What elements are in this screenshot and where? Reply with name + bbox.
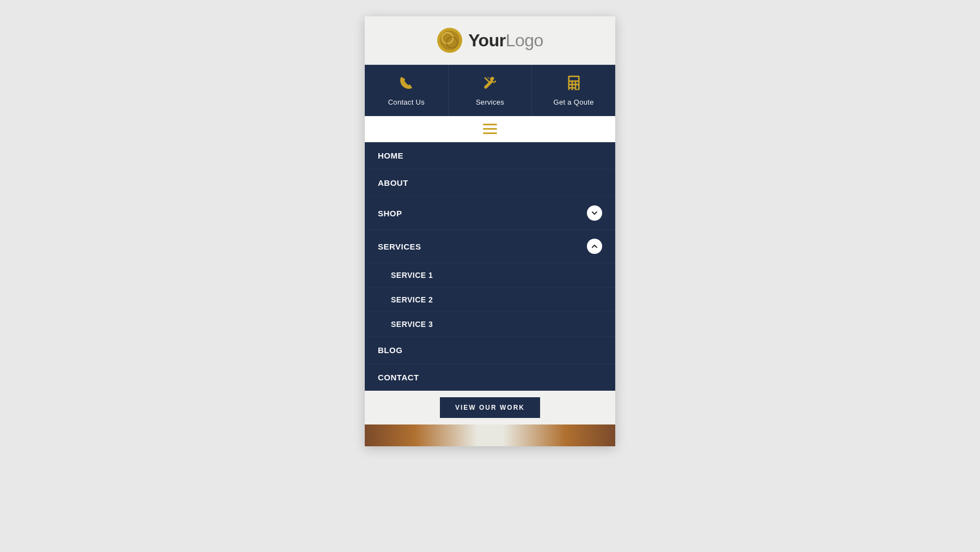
nav-shop-label: SHOP xyxy=(378,209,402,218)
view-work-bar: VIEW OUR WORK xyxy=(365,391,615,424)
nav-sub-service2[interactable]: SERVICE 2 xyxy=(365,288,615,312)
top-nav-contact[interactable]: Contact Us xyxy=(365,65,449,116)
svg-rect-6 xyxy=(569,77,578,80)
nav-item-about[interactable]: ABOUT xyxy=(365,169,615,197)
hamburger-line-2 xyxy=(483,128,497,130)
svg-rect-13 xyxy=(569,89,572,90)
logo-light: Logo xyxy=(506,31,543,50)
svg-rect-11 xyxy=(573,85,575,87)
nav-about-label: ABOUT xyxy=(378,178,408,187)
nav-services-label: SERVICES xyxy=(378,242,421,251)
phone-container: YourLogo Contact Us xyxy=(365,16,615,446)
services-chevron-up[interactable] xyxy=(587,239,602,254)
nav-item-shop[interactable]: SHOP xyxy=(365,197,615,230)
svg-rect-8 xyxy=(573,82,575,84)
nav-sub-service3[interactable]: SERVICE 3 xyxy=(365,312,615,337)
contact-label: Contact Us xyxy=(388,98,425,106)
logo-text: YourLogo xyxy=(468,31,543,51)
top-nav-bar: Contact Us Services xyxy=(365,65,615,116)
bottom-strip xyxy=(365,424,615,446)
hamburger-line-1 xyxy=(483,124,497,125)
nav-menu: HOME ABOUT SHOP SERVICES S xyxy=(365,142,615,391)
nav-home-label: HOME xyxy=(378,151,403,160)
shop-chevron-down[interactable] xyxy=(587,205,602,221)
svg-rect-14 xyxy=(573,89,575,90)
top-nav-quote[interactable]: Get a Qoute xyxy=(532,65,615,116)
svg-rect-9 xyxy=(576,82,578,84)
nav-contact-label: CONTACT xyxy=(378,373,419,382)
logo-bold: Your xyxy=(468,31,506,50)
service2-label: SERVICE 2 xyxy=(391,295,433,304)
service1-label: SERVICE 1 xyxy=(391,271,433,280)
logo-icon xyxy=(437,27,463,53)
header: YourLogo xyxy=(365,16,615,65)
svg-rect-7 xyxy=(569,82,572,84)
nav-item-blog[interactable]: BLOG xyxy=(365,337,615,364)
services-label: Services xyxy=(476,98,504,106)
bottom-strip-inner xyxy=(365,424,615,446)
hamburger-bar[interactable] xyxy=(365,116,615,142)
nav-item-services[interactable]: SERVICES xyxy=(365,230,615,263)
svg-rect-10 xyxy=(569,85,572,87)
top-nav-services[interactable]: Services xyxy=(449,65,532,116)
calculator-icon xyxy=(566,75,581,95)
nav-item-contact[interactable]: CONTACT xyxy=(365,364,615,391)
hamburger-icon[interactable] xyxy=(483,124,497,134)
quote-label: Get a Qoute xyxy=(554,98,594,106)
service3-label: SERVICE 3 xyxy=(391,320,433,329)
nav-sub-service1[interactable]: SERVICE 1 xyxy=(365,263,615,288)
nav-blog-label: BLOG xyxy=(378,345,402,355)
hamburger-line-3 xyxy=(483,132,497,134)
phone-icon xyxy=(398,75,414,95)
nav-item-home[interactable]: HOME xyxy=(365,142,615,169)
logo-wrapper: YourLogo xyxy=(370,27,610,53)
svg-rect-12 xyxy=(576,85,578,89)
wrench-icon xyxy=(482,75,498,95)
view-work-button[interactable]: VIEW OUR WORK xyxy=(440,397,540,418)
